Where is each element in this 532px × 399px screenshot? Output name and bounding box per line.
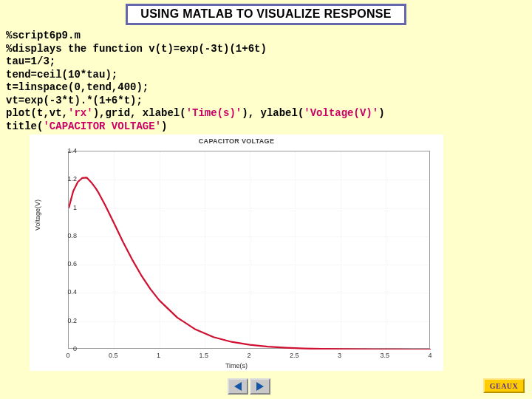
grid-line (386, 151, 386, 348)
x-tick-label: 4 (419, 352, 441, 359)
grid-line (69, 321, 429, 322)
y-tick-label: 0.6 (47, 260, 77, 267)
grid-line (69, 236, 429, 237)
plot-area (68, 151, 430, 349)
x-tick-label: 0.5 (102, 352, 124, 359)
prev-button[interactable] (228, 378, 248, 395)
y-axis-label: Voltage(V) (34, 200, 41, 231)
code-line: ) (378, 107, 384, 119)
y-tick-label: 0.4 (47, 288, 77, 296)
x-tick-label: 0 (57, 352, 79, 359)
x-tick-label: 1 (148, 352, 170, 359)
next-button[interactable] (250, 378, 270, 395)
nav-buttons (228, 378, 270, 395)
x-tick-label: 2.5 (283, 352, 305, 359)
code-string: 'Voltage(V)' (304, 107, 378, 119)
code-line: plot(t,vt, (6, 107, 68, 119)
triangle-left-icon (234, 382, 242, 391)
triangle-right-icon (256, 382, 264, 391)
grid-line (69, 208, 429, 209)
code-line: %script6p9.m (6, 30, 81, 41)
y-tick-label: 1.4 (47, 147, 77, 154)
grid-line (69, 180, 429, 180)
y-tick-label: 0.8 (47, 232, 77, 239)
x-tick-label: 3.5 (374, 352, 396, 359)
code-line: tau=1/3; (6, 55, 55, 67)
grid-line (69, 293, 429, 293)
code-string: 'rx' (68, 107, 93, 119)
grid-line (160, 151, 160, 348)
geaux-button[interactable]: GEAUX (483, 378, 525, 393)
code-line: %displays the function v(t)=exp(-3t)(1+6… (6, 43, 267, 55)
code-line: ),grid, xlabel( (93, 107, 186, 119)
grid-line (295, 151, 296, 348)
code-line: vt=exp(-3*t).*(1+6*t); (6, 95, 143, 106)
slide-title-box: USING MATLAB TO VISUALIZE RESPONSE (126, 4, 406, 25)
code-line: tend=ceil(10*tau); (6, 69, 117, 81)
x-tick-label: 1.5 (193, 352, 215, 359)
code-line: t=linspace(0,tend,400); (6, 81, 149, 93)
grid-line (205, 151, 205, 348)
x-axis-label: Time(s) (30, 362, 443, 369)
y-tick-label: 0.2 (47, 317, 77, 324)
chart-title: CAPACITOR VOLTAGE (30, 134, 443, 145)
y-tick-label: 0 (47, 345, 77, 352)
code-line: title( (6, 120, 43, 132)
grid-line (341, 151, 341, 348)
grid-line (114, 151, 115, 348)
y-tick-label: 1 (47, 204, 77, 211)
y-tick-label: 1.2 (47, 175, 77, 183)
code-string: 'Time(s)' (186, 107, 242, 119)
grid-line (250, 151, 250, 348)
x-tick-label: 2 (238, 352, 260, 359)
x-tick-label: 3 (329, 352, 351, 359)
code-line: ) (161, 120, 167, 132)
slide-title: USING MATLAB TO VISUALIZE RESPONSE (140, 7, 391, 20)
code-string: 'CAPACITOR VOLTAGE' (43, 120, 161, 132)
code-line: ), ylabel( (242, 107, 304, 119)
grid-line (69, 265, 429, 265)
chart-container: CAPACITOR VOLTAGE Voltage(V) Time(s) 00.… (30, 134, 443, 371)
matlab-code: %script6p9.m %displays the function v(t)… (6, 30, 526, 133)
